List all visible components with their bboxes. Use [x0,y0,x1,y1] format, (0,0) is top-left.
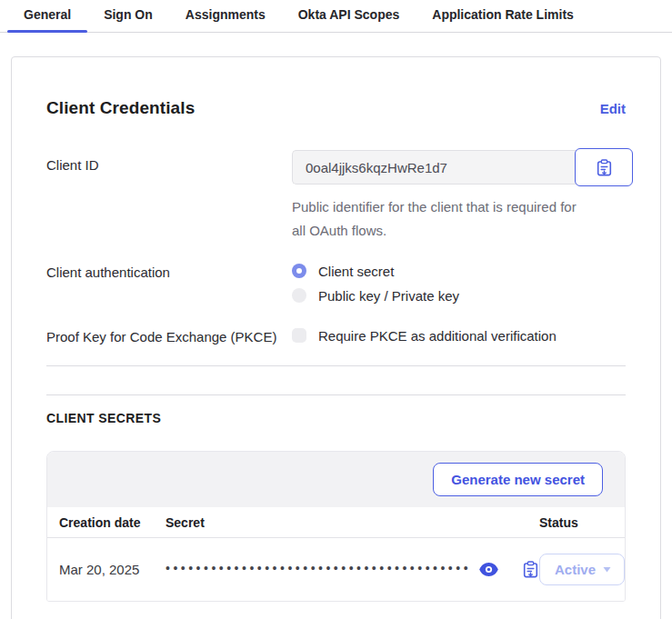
radio-option-label: Public key / Private key [318,288,459,304]
client-secrets-table: Creation date Secret Status Mar 20, 2025… [47,507,625,601]
radio-option-client-secret[interactable]: Client secret [292,264,626,279]
section-divider [46,394,626,395]
tab-okta-api-scopes[interactable]: Okta API Scopes [282,0,416,32]
tab-general[interactable]: General [7,0,87,32]
client-id-row: Client ID Public identifier for the clie… [46,148,626,244]
page-title: Client Credentials [46,98,195,118]
reveal-secret-button[interactable] [479,563,498,576]
column-header-status: Status [539,507,625,538]
copy-secret-button[interactable] [523,561,538,578]
secret-table-row: Mar 20, 2025 •••••••••••••••••••••••••••… [47,538,625,602]
client-secrets-panel: Generate new secret Creation date Secret… [46,451,626,602]
pkce-row: Proof Key for Code Exchange (PKCE) Requi… [46,328,626,346]
edit-link[interactable]: Edit [600,101,626,116]
radio-option-label: Client secret [318,264,394,279]
client-credentials-card: Client Credentials Edit Client ID Public… [11,56,661,619]
tab-bar: General Sign On Assignments Okta API Sco… [0,0,672,33]
pkce-checkbox-option[interactable]: Require PKCE as additional verification [292,328,626,344]
creation-date-cell: Mar 20, 2025 [47,538,165,602]
tab-sign-on[interactable]: Sign On [87,0,169,32]
chevron-down-icon [603,566,611,573]
clipboard-copy-icon [523,561,538,578]
status-dropdown[interactable]: Active [539,554,625,585]
section-divider [46,365,626,366]
column-header-creation-date: Creation date [47,507,165,538]
client-authentication-label: Client authentication [46,264,292,282]
client-secrets-title: CLIENT SECRETS [46,411,626,425]
eye-icon [479,563,498,576]
secret-cell: •••••••••••••••••••••••••••••••••••••••• [165,545,539,594]
generate-new-secret-button[interactable]: Generate new secret [433,463,603,496]
secrets-toolbar: Generate new secret [47,452,625,507]
checkbox-unchecked-icon[interactable] [292,328,306,343]
table-header-row: Creation date Secret Status [47,507,625,538]
column-header-secret: Secret [165,507,539,538]
client-id-help-text: Public identifier for the client that is… [292,195,585,244]
tab-application-rate-limits[interactable]: Application Rate Limits [416,0,590,32]
clipboard-copy-icon [597,159,612,176]
client-authentication-row: Client authentication Client secret Publ… [46,264,626,304]
copy-client-id-button[interactable] [575,148,633,186]
tab-assignments[interactable]: Assignments [169,0,282,32]
client-id-label: Client ID [46,148,292,175]
card-header: Client Credentials Edit [46,98,626,118]
radio-selected-icon[interactable] [292,264,306,278]
radio-unselected-icon[interactable] [292,288,306,303]
client-id-input[interactable] [292,150,577,185]
pkce-checkbox-label: Require PKCE as additional verification [318,328,557,344]
status-value: Active [555,562,596,577]
pkce-label: Proof Key for Code Exchange (PKCE) [46,328,292,346]
masked-secret-value: •••••••••••••••••••••••••••••••••••••••• [165,562,471,574]
radio-option-public-private-key[interactable]: Public key / Private key [292,288,626,304]
